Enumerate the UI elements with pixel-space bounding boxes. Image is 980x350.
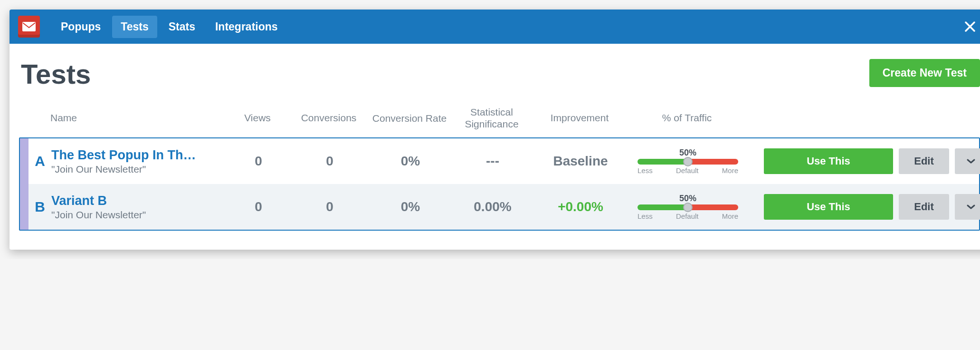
cell-views: 0: [228, 154, 289, 169]
nav-item-popups[interactable]: Popups: [52, 16, 109, 38]
column-statistical-significance: Statistical Significance: [449, 106, 534, 130]
slider-label-default: Default: [676, 212, 699, 220]
traffic-percent: 50%: [679, 148, 696, 158]
close-icon: [964, 20, 976, 33]
variant-name-cell: The Best Popup In Th… "Join Our Newslett…: [51, 148, 228, 175]
nav-item-integrations[interactable]: Integrations: [207, 16, 286, 38]
nav-item-stats[interactable]: Stats: [160, 16, 204, 38]
variant-strip: [20, 184, 29, 230]
app-window: Popups Tests Stats Integrations Tests Cr…: [10, 10, 980, 250]
cell-views: 0: [228, 199, 289, 214]
use-this-button[interactable]: Use This: [764, 194, 893, 220]
chevron-down-icon: [966, 158, 976, 164]
slider-labels: Less Default More: [637, 166, 738, 175]
traffic-slider[interactable]: 50% Less Default More: [626, 194, 750, 220]
create-new-test-button[interactable]: Create New Test: [869, 59, 980, 87]
table-body: A The Best Popup In Th… "Join Our Newsle…: [19, 137, 980, 231]
edit-button[interactable]: Edit: [899, 194, 949, 220]
traffic-slider[interactable]: 50% Less Default More: [626, 148, 750, 175]
cell-improvement: +0.00%: [535, 199, 626, 214]
variant-letter: A: [29, 153, 51, 169]
nav-item-tests[interactable]: Tests: [112, 16, 157, 38]
cell-significance: ---: [450, 154, 535, 169]
slider-label-default: Default: [676, 166, 699, 175]
variant-strip: [20, 138, 29, 184]
more-button[interactable]: [955, 194, 980, 220]
slider-label-less: Less: [637, 166, 653, 175]
mail-icon: [22, 21, 36, 32]
slider-label-more: More: [722, 212, 738, 220]
column-improvement: Improvement: [534, 112, 625, 124]
table-header: Name Views Conversions Conversion Rate S…: [19, 101, 980, 137]
slider-label-less: Less: [637, 212, 653, 220]
svg-rect-0: [22, 22, 36, 31]
slider-label-more: More: [722, 166, 738, 175]
variant-name[interactable]: The Best Popup In Th…: [51, 148, 222, 163]
chevron-down-icon: [966, 204, 976, 210]
cell-improvement: Baseline: [535, 154, 626, 169]
variant-letter: B: [29, 199, 51, 215]
cell-conversion-rate: 0%: [371, 199, 450, 214]
row-actions: Use This Edit: [750, 148, 980, 174]
column-conversion-rate: Conversion Rate: [370, 112, 449, 124]
tests-table: Name Views Conversions Conversion Rate S…: [19, 101, 980, 231]
column-name: Name: [50, 112, 227, 124]
more-button[interactable]: [955, 148, 980, 174]
column-traffic: % of Traffic: [625, 112, 749, 124]
cell-conversion-rate: 0%: [371, 154, 450, 169]
slider-track[interactable]: [637, 159, 738, 165]
use-this-button[interactable]: Use This: [764, 148, 893, 174]
traffic-percent: 50%: [679, 194, 696, 204]
cell-significance: 0.00%: [450, 199, 535, 214]
column-conversions: Conversions: [288, 112, 370, 124]
topbar: Popups Tests Stats Integrations: [10, 10, 980, 44]
content: Tests Create New Test Name Views Convers…: [10, 44, 980, 250]
cell-conversions: 0: [289, 199, 371, 214]
column-views: Views: [227, 112, 288, 124]
variant-subtitle: "Join Our Newsletter": [51, 209, 222, 221]
variant-name-cell: Variant B "Join Our Newsletter": [51, 194, 228, 221]
slider-thumb[interactable]: [683, 157, 693, 166]
app-logo[interactable]: [18, 16, 40, 38]
variant-name[interactable]: Variant B: [51, 194, 222, 208]
edit-button[interactable]: Edit: [899, 148, 949, 174]
slider-thumb[interactable]: [683, 203, 693, 212]
nav: Popups Tests Stats Integrations: [52, 16, 286, 38]
cell-conversions: 0: [289, 154, 371, 169]
slider-track[interactable]: [637, 204, 738, 210]
slider-labels: Less Default More: [637, 212, 738, 220]
row-actions: Use This Edit: [750, 194, 980, 220]
table-row: A The Best Popup In Th… "Join Our Newsle…: [20, 138, 979, 184]
page-title: Tests: [21, 58, 980, 90]
table-row: B Variant B "Join Our Newsletter" 0 0 0%…: [20, 184, 979, 230]
close-button[interactable]: [964, 20, 976, 33]
variant-subtitle: "Join Our Newsletter": [51, 164, 222, 175]
